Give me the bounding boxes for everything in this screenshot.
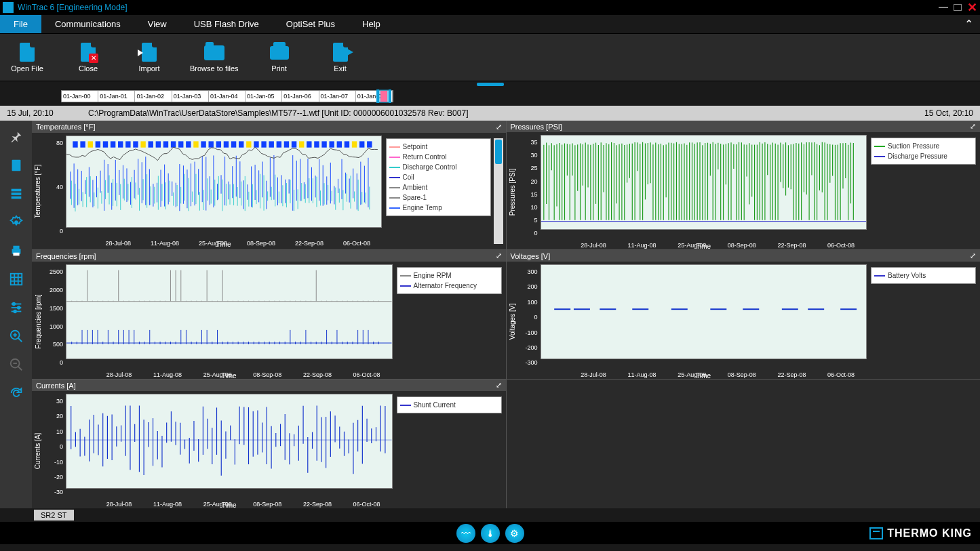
chart-title: Currents [A] — [36, 382, 76, 390]
open-file-button[interactable]: Open File — [7, 43, 47, 73]
brand-logo-icon — [869, 527, 883, 539]
pin-icon[interactable] — [8, 129, 24, 145]
grid-icon[interactable] — [8, 271, 24, 287]
collapse-ribbon-icon[interactable]: ⌃ — [958, 15, 980, 33]
svg-rect-43 — [201, 142, 205, 148]
legend-label: Spare-1 — [403, 194, 427, 201]
panel-drag-handle[interactable] — [0, 81, 980, 87]
timeline-segment[interactable]: 01-Jan-04 — [209, 91, 246, 102]
timeline-segment[interactable]: 01-Jan-07 — [319, 91, 356, 102]
timeline-segment[interactable]: 01-Jan-01 — [98, 91, 135, 102]
chart-legend: SetpointReturn ControlDischarge ControlC… — [386, 138, 491, 216]
y-tick: -300 — [525, 359, 537, 366]
gear-icon[interactable] — [8, 214, 24, 230]
expand-icon[interactable]: ⤢ — [496, 123, 502, 131]
svg-rect-8 — [10, 274, 22, 285]
expand-icon[interactable]: ⤢ — [496, 251, 502, 260]
timeline-segment[interactable]: 01-Jan-05 — [246, 91, 282, 102]
y-axis-label: Frequencies [rpm] — [35, 294, 42, 349]
legend-item[interactable]: Spare-1 — [389, 192, 488, 203]
legend-label: Return Control — [403, 153, 447, 161]
svg-rect-50 — [254, 142, 258, 148]
menu-file[interactable]: File — [0, 15, 41, 33]
x-icon: ✕ — [89, 54, 98, 63]
y-axis: 3020100-10-20-30 — [43, 392, 64, 509]
y-tick: 100 — [527, 299, 537, 306]
y-tick: -100 — [525, 329, 537, 336]
timeline-segment[interactable]: 01-Jan-00 — [62, 91, 98, 102]
browse-button[interactable]: Browse to files — [190, 43, 239, 73]
refresh-icon[interactable] — [8, 385, 24, 401]
legend-item[interactable]: Setpoint — [389, 142, 488, 152]
zoom-in-icon[interactable] — [8, 328, 24, 344]
legend-item[interactable]: Coil — [389, 172, 488, 182]
timeline-segment[interactable]: 01-Jan-06 — [282, 91, 319, 102]
print-button[interactable]: Print — [259, 43, 300, 73]
footer-thermometer-icon[interactable]: 🌡 — [481, 524, 500, 543]
printer-icon — [270, 46, 289, 60]
sliders-icon[interactable] — [8, 300, 24, 316]
y-tick: 0 — [60, 359, 63, 366]
legend-item[interactable]: Battery Volts — [874, 270, 973, 281]
svg-rect-60 — [329, 142, 334, 148]
svg-rect-59 — [321, 142, 326, 148]
legend-item[interactable]: Return Control — [389, 152, 488, 162]
open-file-label: Open File — [11, 64, 43, 73]
plot-area[interactable] — [541, 135, 867, 230]
y-tick: 5 — [534, 217, 537, 224]
tab-sr2st[interactable]: SR2 ST — [34, 510, 74, 521]
timeline-segment[interactable]: 01-Jan-03 — [172, 91, 209, 102]
import-button[interactable]: Import — [129, 43, 170, 73]
svg-rect-38 — [163, 142, 168, 148]
expand-icon[interactable]: ⤢ — [496, 381, 502, 390]
timeline-selection[interactable] — [376, 89, 391, 103]
menu-view[interactable]: View — [134, 15, 180, 33]
document-tool-icon[interactable] — [8, 157, 24, 174]
minimize-button[interactable] — [939, 7, 948, 8]
y-axis: 3002001000-100-200-300 — [517, 263, 539, 380]
svg-rect-63 — [352, 142, 357, 148]
plot-area[interactable] — [66, 264, 393, 359]
legend-item[interactable]: Discharge Pressure — [874, 151, 973, 161]
list-tool-icon[interactable] — [8, 186, 24, 202]
plot-area[interactable] — [66, 394, 393, 489]
legend-item[interactable]: Alternator Frequency — [400, 281, 498, 291]
zoom-out-icon[interactable] — [8, 356, 24, 373]
svg-rect-6 — [13, 246, 19, 249]
print-tool-icon[interactable] — [8, 243, 24, 259]
legend-label: Setpoint — [403, 143, 428, 150]
legend-item[interactable]: Engine Temp — [389, 203, 488, 213]
legend-item[interactable]: Suction Pressure — [874, 141, 973, 151]
timeline-slider[interactable]: 01-Jan-00 01-Jan-01 01-Jan-02 01-Jan-03 … — [61, 90, 393, 102]
svg-rect-58 — [314, 142, 319, 148]
footer-status-icon-1[interactable]: 〰 — [456, 524, 475, 543]
close-window-button[interactable]: ✕ — [967, 3, 977, 12]
timeline-segment[interactable]: 01-Jan-02 — [135, 91, 172, 102]
svg-line-24 — [18, 367, 22, 371]
exit-icon — [333, 43, 348, 62]
expand-icon[interactable]: ⤢ — [970, 251, 976, 260]
svg-rect-54 — [284, 142, 289, 148]
y-tick: 20 — [56, 413, 63, 420]
menu-communications[interactable]: Communications — [41, 15, 134, 33]
footer-gear-icon[interactable]: ⚙ — [505, 524, 524, 543]
legend-scrollbar[interactable] — [494, 138, 503, 244]
svg-rect-29 — [96, 142, 100, 148]
close-button[interactable]: ✕ Close — [68, 43, 109, 73]
expand-icon[interactable]: ⤢ — [970, 122, 976, 131]
svg-rect-51 — [261, 142, 266, 148]
menu-usb[interactable]: USB Flash Drive — [180, 15, 273, 33]
plot-area[interactable] — [541, 264, 867, 359]
plot-area[interactable] — [66, 136, 382, 228]
maximize-button[interactable] — [954, 4, 962, 11]
y-axis-label: Voltages [V] — [509, 303, 516, 339]
exit-button[interactable]: Exit — [320, 43, 361, 73]
menu-optiset[interactable]: OptiSet Plus — [273, 15, 349, 33]
legend-item[interactable]: Discharge Control — [389, 162, 488, 172]
y-tick: 1000 — [50, 323, 63, 330]
legend-item[interactable]: Ambient — [389, 182, 488, 192]
menu-help[interactable]: Help — [349, 15, 394, 33]
legend-item[interactable]: Shunt Current — [400, 400, 498, 410]
titlebar: WinTrac 6 [Engineering Mode] ✕ — [0, 0, 980, 15]
legend-item[interactable]: Engine RPM — [400, 270, 498, 281]
